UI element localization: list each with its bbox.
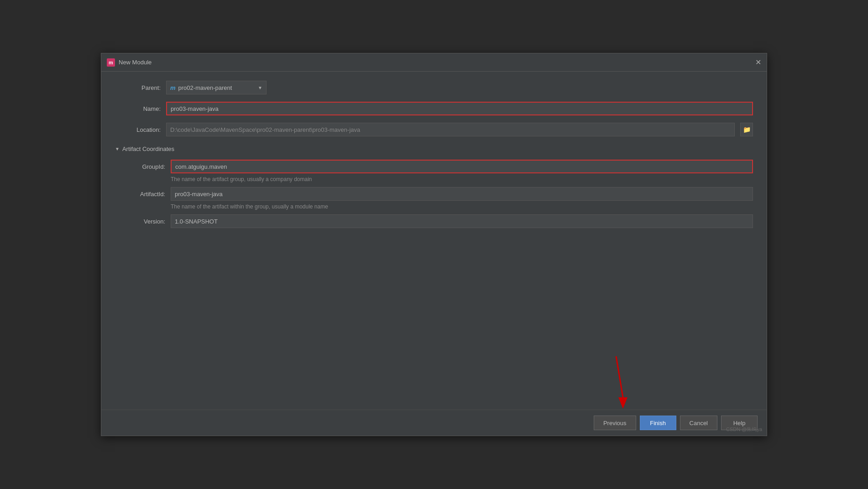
parent-label: Parent: xyxy=(115,84,161,91)
parent-dropdown[interactable]: m pro02-maven-parent ▼ xyxy=(166,81,267,94)
dialog-content: Parent: m pro02-maven-parent ▼ Name: Loc… xyxy=(101,72,767,410)
dialog-title: New Module xyxy=(119,59,152,66)
artifactid-input[interactable] xyxy=(171,187,753,201)
artifactid-hint: The name of the artifact within the grou… xyxy=(124,203,753,210)
title-bar: m New Module ✕ xyxy=(101,53,767,72)
location-input[interactable] xyxy=(166,123,735,136)
artifactid-label: ArtifactId: xyxy=(124,191,165,198)
annotation-arrow xyxy=(609,356,637,413)
previous-button[interactable]: Previous xyxy=(594,416,636,430)
name-label: Name: xyxy=(115,105,161,112)
chevron-down-icon: ▼ xyxy=(258,85,262,90)
parent-value: pro02-maven-parent xyxy=(178,84,232,91)
artifact-section-header: ▼ Artifact Coordinates xyxy=(115,146,753,152)
svg-marker-1 xyxy=(618,397,627,409)
parent-row: Parent: m pro02-maven-parent ▼ xyxy=(115,81,753,94)
dialog-icon: m xyxy=(107,58,115,67)
collapse-arrow-icon[interactable]: ▼ xyxy=(115,146,120,151)
version-label: Version: xyxy=(124,218,165,225)
groupid-label: GroupId: xyxy=(124,163,165,170)
svg-line-0 xyxy=(616,356,623,397)
groupid-row: GroupId: xyxy=(124,160,753,173)
location-label: Location: xyxy=(115,126,161,133)
name-input[interactable] xyxy=(166,102,753,115)
title-bar-left: m New Module xyxy=(107,58,152,67)
maven-icon: m xyxy=(170,84,176,91)
location-row: Location: 📁 xyxy=(115,123,753,136)
dialog-footer: Previous Finish Cancel Help CSDN @朱坞ya xyxy=(101,410,767,436)
artifact-section: GroupId: The name of the artifact group,… xyxy=(115,160,753,228)
version-row: Version: xyxy=(124,214,753,228)
groupid-input[interactable] xyxy=(171,160,753,173)
finish-button[interactable]: Finish xyxy=(640,416,676,430)
name-row: Name: xyxy=(115,102,753,115)
groupid-hint: The name of the artifact group, usually … xyxy=(124,176,753,182)
cancel-button[interactable]: Cancel xyxy=(680,416,717,430)
artifact-section-title: Artifact Coordinates xyxy=(122,146,174,152)
watermark: CSDN @朱坞ya xyxy=(726,426,762,433)
close-button[interactable]: ✕ xyxy=(755,59,761,66)
artifactid-row: ArtifactId: xyxy=(124,187,753,201)
version-input[interactable] xyxy=(171,214,753,228)
arrow-svg xyxy=(609,356,637,411)
browse-folder-button[interactable]: 📁 xyxy=(740,123,753,136)
new-module-dialog: m New Module ✕ Parent: m pro02-maven-par… xyxy=(101,53,767,436)
